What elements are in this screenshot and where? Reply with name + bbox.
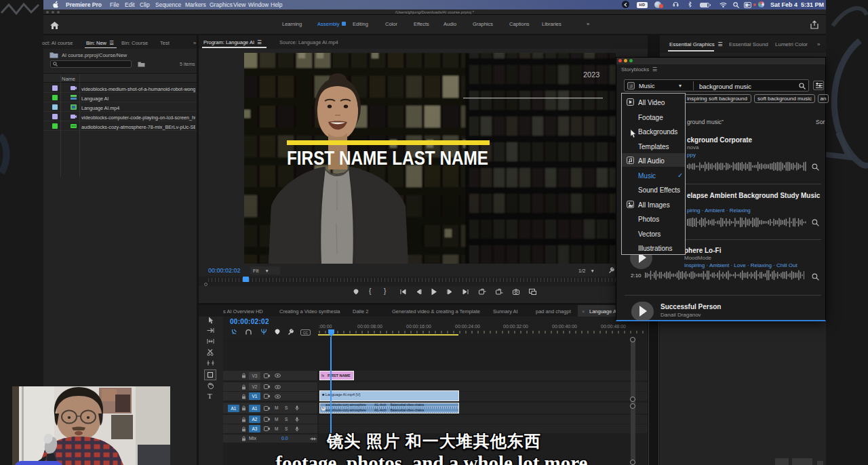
- svg-text:FIRST NAME LAST NAME: FIRST NAME LAST NAME: [287, 147, 488, 169]
- svg-text:2023: 2023: [583, 70, 599, 79]
